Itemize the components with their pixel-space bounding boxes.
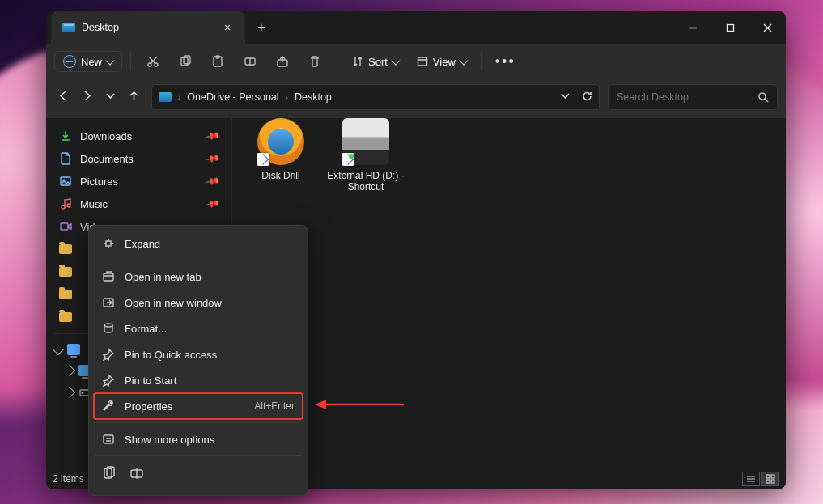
chevron-right-icon: › [178,93,180,102]
file-label: External HD (D:) - Shortcut [325,170,406,193]
sort-button[interactable]: Sort [346,53,405,71]
cut-button[interactable] [139,50,167,73]
pin-icon: 📌 [204,128,220,144]
svg-point-32 [104,324,112,327]
chevron-right-icon[interactable] [64,387,75,398]
music-icon [59,197,72,210]
file-item[interactable]: External HD (D:) - Shortcut [325,118,406,193]
view-label: View [433,56,456,68]
svg-rect-25 [766,475,770,478]
document-icon [59,152,72,165]
search-box[interactable] [608,84,778,110]
sidebar-item-label: Downloads [80,130,132,142]
ctx-label: Pin to Quick access [125,349,217,361]
file-pane[interactable]: Disk Drill External HD (D:) - Shortcut [232,118,786,468]
ctx-open-new-tab[interactable]: Open in new tab [94,264,303,290]
folder-icon [59,311,72,324]
breadcrumb-root[interactable]: OneDrive - Personal [187,91,278,103]
paste-button[interactable] [204,50,231,73]
ctx-pin-quick-access[interactable]: Pin to Quick access [94,341,303,367]
tab-title: Desktop [82,22,119,33]
shortcut-badge-icon [342,153,354,166]
tab-desktop[interactable]: Desktop × [51,11,245,44]
more-button[interactable]: ••• [490,53,520,70]
icons-view-button[interactable] [761,472,779,486]
view-button[interactable]: View [410,53,473,71]
rename-button[interactable] [236,50,264,73]
ctx-divider [95,260,301,260]
svg-point-14 [759,93,766,100]
location-icon [159,92,172,102]
ctx-properties[interactable]: Properties Alt+Enter [94,393,303,419]
sidebar-item-music[interactable]: Music 📌 [51,193,227,215]
ctx-label: Format... [125,323,167,335]
copy-button[interactable] [172,50,199,73]
svg-rect-29 [106,241,111,246]
details-view-button[interactable] [742,472,760,486]
svg-rect-30 [104,273,113,281]
shortcut-badge-icon [257,153,269,166]
plus-circle-icon [63,55,76,68]
video-icon [59,220,72,233]
ctx-label: Expand [125,238,160,250]
sort-label: Sort [368,56,388,68]
address-dropdown-icon[interactable] [560,90,571,104]
minimize-button[interactable] [674,11,711,44]
copy-icon[interactable] [102,466,117,484]
file-item[interactable]: Disk Drill [240,118,321,181]
ctx-expand[interactable]: Expand [94,231,303,256]
ctx-label: Properties [125,400,172,413]
svg-rect-12 [418,57,426,66]
close-window-button[interactable] [749,11,786,44]
format-icon [102,322,115,335]
sidebar-item-documents[interactable]: Documents 📌 [51,147,227,170]
forward-button[interactable] [81,90,93,105]
ctx-open-new-window[interactable]: Open in new window [94,290,303,316]
desktop-icon [62,23,75,32]
refresh-button[interactable] [582,90,592,104]
chevron-down-icon [391,56,400,65]
address-bar[interactable]: › OneDrive - Personal › Desktop [151,84,600,110]
new-button[interactable]: New [54,51,122,72]
pin-icon: 📌 [204,196,220,212]
drive-icon [342,118,389,165]
chevron-down-icon [105,56,114,65]
ctx-label: Show more options [125,434,214,446]
search-input[interactable] [617,91,757,103]
sidebar-item-downloads[interactable]: Downloads 📌 [51,125,227,147]
chevron-right-icon[interactable] [64,365,75,376]
pin-icon: 📌 [204,150,220,167]
ctx-format[interactable]: Format... [94,316,303,341]
chevron-down-icon[interactable] [53,344,64,355]
svg-rect-15 [61,177,70,185]
app-icon [257,118,304,165]
rename-icon[interactable] [129,466,144,484]
sidebar-item-pictures[interactable]: Pictures 📌 [51,170,227,193]
back-button[interactable] [57,90,70,105]
ctx-pin-start[interactable]: Pin to Start [94,367,303,393]
pin-icon [102,374,115,387]
close-tab-icon[interactable]: × [221,21,234,34]
search-icon [757,91,769,103]
ctx-divider [95,455,301,456]
this-pc-icon [67,344,80,355]
svg-rect-19 [61,223,68,230]
share-button[interactable] [269,50,296,73]
ctx-shortcut: Alt+Enter [254,400,295,412]
recent-button[interactable] [104,90,117,105]
toolbar: New Sort View ••• [46,44,786,79]
pin-icon [102,348,115,361]
delete-button[interactable] [301,50,329,73]
up-button[interactable] [128,90,140,105]
chevron-down-icon [459,56,468,65]
new-tab-button[interactable]: + [245,11,278,44]
status-count: 2 items [53,473,84,485]
download-icon [59,129,72,142]
ctx-label: Pin to Start [125,375,176,387]
context-menu: Expand Open in new tab Open in new windo… [88,225,308,496]
maximize-button[interactable] [711,11,749,44]
breadcrumb-leaf[interactable]: Desktop [295,91,332,103]
ctx-show-more[interactable]: Show more options [94,426,303,452]
expand-icon [102,237,115,250]
folder-icon [59,288,72,301]
